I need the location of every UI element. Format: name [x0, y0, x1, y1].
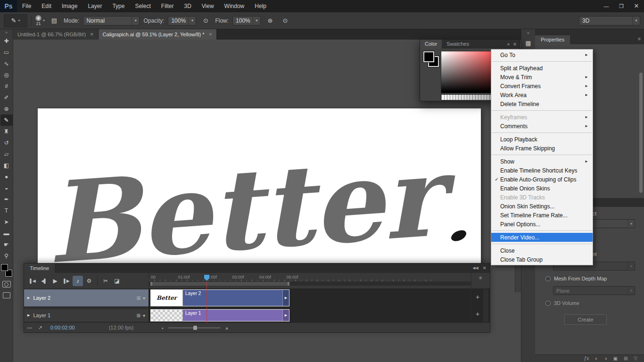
menubar-item[interactable]: Help — [249, 0, 272, 12]
screen-mode-button[interactable] — [3, 292, 10, 298]
tool-button[interactable]: ⚲ — [0, 250, 13, 262]
zoom-in-icon[interactable]: ▲ — [224, 325, 229, 330]
frame-animation-icon[interactable]: ▪▪▪ — [27, 326, 32, 329]
menu-item[interactable]: ✓ Close Tab Group ► — [491, 255, 593, 264]
document-canvas[interactable]: Better — [38, 108, 481, 280]
close-tab-icon[interactable]: ✕ — [90, 32, 94, 37]
menubar-item[interactable]: View — [197, 0, 219, 12]
airbrush-button[interactable]: ⊛ — [264, 15, 276, 26]
transport-button[interactable]: ♪ — [73, 276, 83, 286]
clip-layer1[interactable]: Layer 1 ▶ — [150, 309, 289, 321]
add-media-button[interactable]: + — [474, 293, 481, 301]
flatten-frames-icon[interactable]: ↗ — [38, 325, 42, 331]
tool-button[interactable]: T — [0, 205, 13, 216]
menubar-item[interactable]: Layer — [83, 0, 107, 12]
mesh-from-depth-map-option[interactable]: Mesh From Depth Map — [545, 276, 607, 281]
menu-item[interactable]: ✓ Enable 3D Tracks ► — [491, 193, 593, 202]
menubar-item[interactable]: Filter — [156, 0, 179, 12]
panel-footer-icon[interactable]: ƒx — [584, 355, 589, 362]
panel-footer-icon[interactable]: ▽ — [634, 355, 637, 362]
tool-button[interactable]: ☛ — [0, 239, 13, 250]
flow-select[interactable]: 100% ▾ — [232, 16, 261, 25]
chevron-down-icon[interactable]: ▾ — [143, 313, 145, 318]
timeline-panel-menu-icon[interactable]: ≡ — [479, 275, 482, 280]
menu-item[interactable]: ✓ ► — [492, 132, 592, 133]
tool-button[interactable]: ● — [0, 171, 13, 182]
chevron-down-icon[interactable]: ▾ — [143, 296, 145, 301]
expand-panels-icon[interactable]: « — [527, 31, 529, 35]
menu-item[interactable]: ✓ ► — [492, 61, 592, 62]
panel-footer-icon[interactable]: ◑ — [604, 355, 607, 362]
tool-button[interactable]: ✐ — [0, 92, 13, 103]
menu-item[interactable]: ✓ ► — [492, 110, 592, 111]
menu-item[interactable]: ✓ Convert Frames ► — [491, 82, 593, 90]
clip-options-arrow[interactable]: ▶ — [282, 310, 289, 321]
tab-timeline[interactable]: Timeline — [24, 263, 55, 273]
transport-button[interactable] — [97, 276, 98, 286]
menu-item[interactable]: ✓ ► — [492, 244, 592, 244]
workspace-select[interactable]: 3D ▾ — [579, 16, 640, 25]
panel-menu-icon[interactable]: ≡ — [638, 35, 644, 44]
brush-preset-picker[interactable]: 21 ▾ — [35, 15, 45, 26]
track-options-icon[interactable]: ⊞ — [137, 296, 140, 301]
menu-item[interactable]: ✓ Render Video... ► — [491, 233, 593, 242]
timeline-ruler[interactable]: 0001:00f02:00f03:00f04:00f05:00f — [149, 273, 471, 288]
depth-map-select[interactable]: Plane ▾ — [553, 286, 635, 295]
tool-button[interactable]: ➤ — [0, 216, 13, 228]
clip-layer2[interactable]: Better Layer 2 ▶ — [150, 289, 289, 306]
transport-button[interactable]: ▌▶ — [61, 276, 72, 286]
foreground-background-swatches[interactable] — [1, 264, 12, 277]
menubar-item[interactable]: Image — [57, 0, 83, 12]
close-button[interactable]: ✕ — [629, 0, 644, 12]
tool-button[interactable]: ▱ — [0, 148, 13, 160]
collapse-panel-icon[interactable]: » — [507, 41, 510, 47]
pressure-opacity-button[interactable]: ⊙ — [200, 15, 211, 26]
menu-item[interactable]: ✓ ► — [492, 155, 592, 155]
opacity-select[interactable]: 100% ▾ — [168, 16, 196, 25]
properties-scrollbar-thumb[interactable] — [639, 73, 643, 193]
panel-menu-icon[interactable]: ≡ — [513, 41, 516, 47]
minimize-button[interactable]: — — [599, 0, 614, 12]
menu-item[interactable]: ✓ Move & Trim ► — [491, 73, 593, 82]
close-tab-icon[interactable]: ✕ — [209, 32, 213, 37]
tool-button[interactable]: ♜ — [0, 126, 13, 137]
tab-properties[interactable]: Properties — [535, 35, 570, 44]
collapsed-panel-icon[interactable]: ▦ — [523, 38, 534, 48]
menu-item[interactable]: ✓ Enable Onion Skins ► — [491, 184, 593, 193]
zoom-out-icon[interactable]: ▲ — [161, 326, 164, 329]
tracks-scrollbar[interactable] — [483, 289, 488, 322]
menu-item[interactable]: ✓ Work Area ► — [491, 90, 593, 99]
tool-button[interactable]: ↺ — [0, 137, 13, 148]
panel-footer-icon[interactable]: ◐ — [595, 355, 598, 362]
menu-item[interactable]: ✓ Set Timeline Frame Rate... ► — [491, 211, 593, 220]
blend-mode-select[interactable]: Normal ▾ — [83, 16, 140, 25]
menu-item[interactable]: ✓ Comments ► — [491, 122, 593, 131]
menubar-item[interactable]: File — [17, 0, 36, 12]
tool-button[interactable]: ◧ — [0, 160, 13, 171]
quick-mask-button[interactable] — [2, 281, 11, 288]
track-options-icon[interactable]: ⊞ — [137, 313, 140, 318]
zoom-slider-thumb[interactable] — [193, 326, 197, 330]
tool-preset-picker[interactable]: ✎ ▾ — [4, 14, 27, 27]
menu-item[interactable]: ✓ Close ► — [491, 246, 593, 255]
close-panel-icon[interactable]: ✕ — [483, 265, 487, 271]
collapse-panel-icon[interactable]: ◀◀ — [472, 266, 478, 270]
panel-footer-icon[interactable]: ▣ — [613, 355, 617, 362]
work-area-segment[interactable] — [150, 282, 289, 286]
transport-button[interactable]: ✂ — [100, 276, 111, 286]
menubar-item[interactable]: Window — [219, 0, 250, 12]
tool-button[interactable]: # — [0, 81, 13, 92]
menubar-item[interactable]: Select — [130, 0, 156, 12]
menu-item[interactable]: ✓ Allow Frame Skipping ► — [491, 144, 593, 153]
transport-button[interactable]: ◪ — [112, 276, 122, 286]
menu-item[interactable]: ✓ Delete Timeline ► — [491, 99, 593, 108]
document-tab[interactable]: Caligrapich.ai @ 59.1% (Layer 2, Yellow/… — [99, 29, 217, 40]
menu-item[interactable]: ✓ Keyframes ► — [491, 113, 593, 122]
clip-options-arrow[interactable]: ▶ — [282, 290, 289, 306]
menubar-item[interactable]: Edit — [36, 0, 57, 12]
disclosure-icon[interactable]: ▶ — [27, 313, 30, 317]
foreground-color-swatch[interactable] — [1, 264, 8, 271]
document-tab[interactable]: Untitled-1 @ 66.7% (RGB/8#) ✕ — [13, 29, 99, 40]
menubar-item[interactable]: Type — [107, 0, 130, 12]
track-header-layer2[interactable]: ▶ Layer 2 ⊞ ▾ — [24, 289, 149, 306]
